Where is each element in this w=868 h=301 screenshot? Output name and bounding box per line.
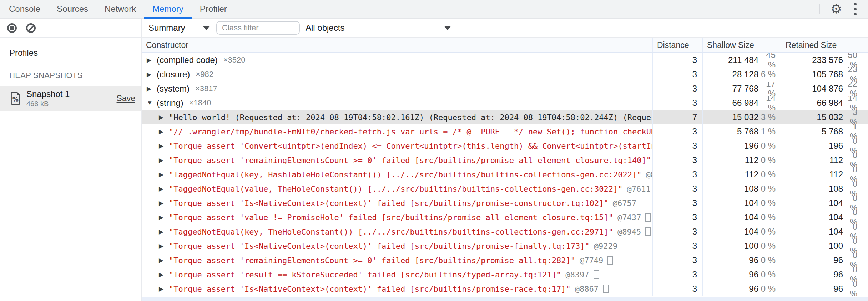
topbar-actions: ⚙: [819, 0, 868, 18]
table-row[interactable]: ▶"Torque assert 'Convert<uintptr>(endInd…: [142, 139, 868, 153]
constructor-cell: ▶(closure)×982: [142, 67, 652, 82]
snapshot-list-item[interactable]: % Snapshot 1 468 kB Save: [0, 86, 141, 111]
table-row[interactable]: ▶"Hello world! (Requested at: 2024-08-19…: [142, 110, 868, 124]
shallow-size-percent: 0 %: [758, 184, 781, 194]
expand-triangle-icon[interactable]: ▶: [159, 271, 169, 278]
expand-triangle-icon[interactable]: ▶: [159, 128, 169, 135]
table-row[interactable]: ▶(system)×3817377 76817 %104 87622 %: [142, 82, 868, 96]
expand-triangle-icon[interactable]: ▶: [159, 171, 169, 178]
object-id: @9229: [594, 242, 617, 251]
retained-size-percent: 0 %: [843, 153, 868, 167]
object-id: @8397: [565, 270, 589, 279]
shallow-size-value: 66 984: [703, 98, 758, 108]
retained-size-percent: 1 %: [843, 124, 868, 139]
column-header-shallow-size[interactable]: Shallow Size: [702, 38, 781, 52]
expand-triangle-icon[interactable]: ▶: [147, 56, 157, 64]
shallow-size-percent: 1 %: [758, 127, 781, 137]
record-heap-snapshot-icon[interactable]: [7, 23, 17, 33]
instance-count: ×982: [196, 70, 213, 79]
expand-triangle-icon[interactable]: ▶: [159, 114, 169, 121]
save-snapshot-link[interactable]: Save: [117, 94, 137, 103]
expand-triangle-icon[interactable]: ▶: [159, 157, 169, 164]
column-header-distance[interactable]: Distance: [652, 38, 702, 52]
expand-triangle-icon[interactable]: ▶: [147, 85, 157, 93]
table-row[interactable]: ▶(compiled code)×35203211 48445 %233 576…: [142, 53, 868, 67]
table-row[interactable]: ▶"Torque assert 'value != PromiseHole' f…: [142, 210, 868, 224]
expand-triangle-icon[interactable]: ▶: [159, 199, 169, 207]
retained-size-value: 96: [781, 284, 843, 294]
tab-profiler[interactable]: Profiler: [192, 0, 235, 18]
table-row[interactable]: ▶"Torque assert 'Is<NativeContext>(conte…: [142, 282, 868, 296]
shallow-size-cell: 960 %: [702, 282, 781, 296]
expand-triangle-icon[interactable]: ▶: [147, 71, 157, 78]
shallow-size-value: 100: [703, 241, 758, 251]
expand-triangle-icon[interactable]: ▶: [159, 257, 169, 264]
shallow-size-cell: 1120 %: [702, 153, 781, 167]
table-row[interactable]: ▶"TaggedNotEqual(key, HashTableHoleConst…: [142, 167, 868, 182]
shallow-size-value: 196: [703, 141, 758, 151]
tab-network[interactable]: Network: [96, 0, 144, 18]
retained-size-cell: 1080 %: [781, 182, 868, 196]
retained-size-percent: 0 %: [843, 253, 868, 267]
class-filter-input[interactable]: [216, 21, 300, 35]
table-row[interactable]: ▼(string)×1840366 98414 %66 98414 %: [142, 96, 868, 110]
collapse-triangle-icon[interactable]: ▼: [147, 99, 157, 107]
retained-size-cell: 66 98414 %: [781, 96, 868, 110]
constructor-cell: ▶"TaggedNotEqual(key, TheHoleConstant())…: [142, 224, 652, 239]
constructor-cell: ▶(compiled code)×3520: [142, 53, 652, 67]
expand-triangle-icon[interactable]: ▶: [159, 242, 169, 250]
retained-size-percent: 0 %: [843, 267, 868, 282]
more-options-icon[interactable]: [853, 1, 858, 17]
perspective-select[interactable]: Summary: [148, 23, 210, 33]
expand-triangle-icon[interactable]: ▶: [159, 228, 169, 236]
shallow-size-percent: 0 %: [758, 270, 781, 280]
distance-cell: 3: [652, 167, 702, 182]
shallow-size-cell: 66 98414 %: [702, 96, 781, 110]
constructor-cell: ▶(system)×3817: [142, 82, 652, 96]
shallow-size-value: 112: [703, 155, 758, 165]
chevron-down-icon: [203, 26, 210, 30]
column-header-retained-size[interactable]: Retained Size: [781, 38, 868, 52]
string-value: "Torque assert 'Convert<uintptr>(endInde…: [169, 142, 652, 150]
objects-filter-select[interactable]: All objects: [306, 23, 451, 33]
table-row[interactable]: ▶"Torque assert 'remainingElementsCount …: [142, 153, 868, 167]
expand-triangle-icon[interactable]: ▶: [159, 142, 169, 150]
expand-triangle-icon[interactable]: ▶: [159, 214, 169, 221]
shallow-size-value: 28 128: [703, 69, 758, 79]
shallow-size-cell: 1960 %: [702, 139, 781, 153]
column-header-constructor[interactable]: Constructor: [142, 38, 652, 52]
table-row[interactable]: ▶"Torque assert 'result == kStoreSuccede…: [142, 267, 868, 282]
tab-sources[interactable]: Sources: [49, 0, 96, 18]
grid-bottom-strip: [142, 297, 868, 301]
shallow-size-cell: 1040 %: [702, 196, 781, 210]
settings-gear-icon[interactable]: ⚙: [831, 3, 842, 15]
perspective-select-value: Summary: [148, 23, 185, 33]
expand-triangle-icon[interactable]: ▶: [159, 185, 169, 193]
table-row[interactable]: ▶"TaggedNotEqual(key, TheHoleConstant())…: [142, 224, 868, 239]
distance-cell: 3: [652, 267, 702, 282]
table-row[interactable]: ▶"Torque assert 'Is<NativeContext>(conte…: [142, 239, 868, 253]
table-row[interactable]: ▶(closure)×982328 1286 %105 76823 %: [142, 67, 868, 82]
constructor-cell: ▶"TaggedNotEqual(value, TheHoleConstant(…: [142, 182, 652, 196]
shallow-size-cell: 960 %: [702, 267, 781, 282]
retained-size-value: 96: [781, 255, 843, 265]
expand-triangle-icon[interactable]: ▶: [159, 285, 169, 293]
string-value: "Torque assert 'Is<NativeContext>(contex…: [169, 285, 571, 293]
retained-size-cell: 1040 %: [781, 210, 868, 224]
tab-memory[interactable]: Memory: [144, 0, 192, 18]
retained-size-value: 100: [781, 241, 843, 251]
table-row[interactable]: ▶"TaggedNotEqual(value, TheHoleConstant(…: [142, 182, 868, 196]
distance-cell: 3: [652, 67, 702, 82]
table-row[interactable]: ▶"// .wrangler/tmp/bundle-FmNIt0/checked…: [142, 124, 868, 139]
clear-profiles-icon[interactable]: [26, 23, 36, 33]
retained-size-percent: 0 %: [843, 167, 868, 182]
shallow-size-cell: 1040 %: [702, 224, 781, 239]
shallow-size-percent: 3 %: [758, 112, 781, 122]
tab-console[interactable]: Console: [1, 0, 49, 18]
shallow-size-percent: 17 %: [758, 82, 781, 96]
table-row[interactable]: ▶"Torque assert 'remainingElementsCount …: [142, 253, 868, 267]
table-row[interactable]: ▶"Torque assert 'Is<NativeContext>(conte…: [142, 196, 868, 210]
retained-size-cell: 1120 %: [781, 153, 868, 167]
retained-size-value: 196: [781, 141, 843, 151]
constructor-cell: ▶"// .wrangler/tmp/bundle-FmNIt0/checked…: [142, 124, 652, 139]
